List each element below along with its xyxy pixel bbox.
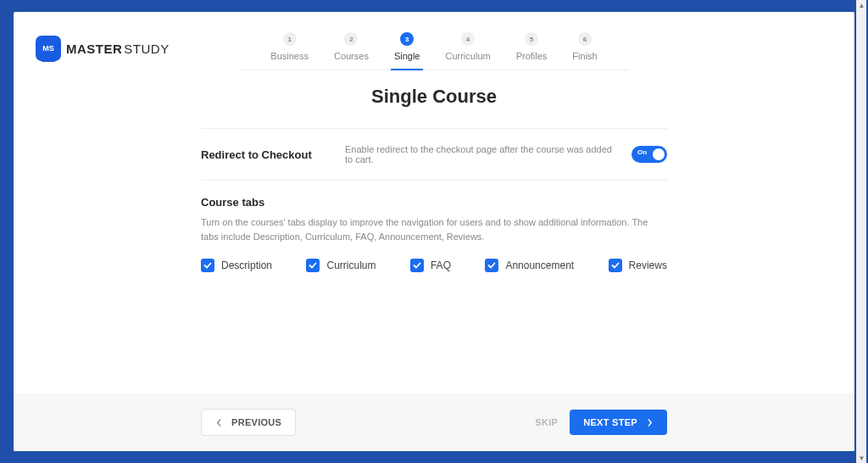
- course-tabs-checkboxes: DescriptionCurriculumFAQAnnouncementRevi…: [201, 259, 667, 272]
- checkbox-description[interactable]: Description: [201, 259, 272, 272]
- brand-logo: MS MASTERSTUDY: [37, 37, 207, 59]
- redirect-toggle[interactable]: On: [632, 146, 667, 163]
- check-icon: [611, 261, 620, 270]
- logo-badge-icon: MS: [37, 37, 59, 59]
- chevron-left-icon: [215, 419, 223, 427]
- checkbox-box: [485, 259, 498, 272]
- checkbox-announcement[interactable]: Announcement: [485, 259, 574, 272]
- step-dot: 5: [525, 32, 538, 46]
- checkbox-box: [410, 259, 424, 272]
- checkbox-box: [609, 259, 622, 272]
- toggle-knob: [653, 148, 665, 160]
- step-dot: 1: [283, 32, 297, 46]
- chevron-right-icon: [646, 419, 654, 427]
- redirect-label: Redirect to Checkout: [201, 148, 328, 161]
- step-label: Single: [394, 51, 420, 61]
- step-label: Courses: [334, 51, 369, 61]
- browser-scrollbar[interactable]: ▲ ▼: [856, 0, 866, 463]
- checkbox-faq[interactable]: FAQ: [410, 259, 451, 272]
- step-dot: 3: [400, 32, 414, 46]
- wizard-stepper: 1Business2Courses3Single4Curriculum5Prof…: [239, 32, 629, 70]
- checkbox-label: Curriculum: [326, 259, 376, 271]
- step-label: Business: [270, 51, 309, 61]
- step-business[interactable]: 1Business: [270, 32, 309, 61]
- step-dot: 4: [461, 32, 475, 46]
- step-profiles[interactable]: 5Profiles: [516, 32, 548, 61]
- step-courses[interactable]: 2Courses: [334, 32, 369, 61]
- check-icon: [309, 261, 317, 270]
- checkbox-label: Reviews: [629, 259, 667, 271]
- logo-text: MASTERSTUDY: [66, 42, 170, 56]
- checkbox-box: [201, 259, 214, 272]
- checkbox-label: Description: [221, 259, 272, 271]
- check-icon: [487, 261, 496, 270]
- page-title: Single Course: [201, 86, 667, 108]
- wizard-card: MS MASTERSTUDY 1Business2Courses3Single4…: [14, 12, 854, 451]
- step-dot: 2: [344, 32, 358, 46]
- checkbox-box: [306, 259, 320, 272]
- checkbox-label: Announcement: [505, 259, 574, 271]
- check-icon: [203, 261, 212, 270]
- next-step-button[interactable]: NEXT STEP: [570, 410, 667, 435]
- checkbox-reviews[interactable]: Reviews: [609, 259, 667, 272]
- step-label: Finish: [572, 51, 597, 61]
- previous-button[interactable]: PREVIOUS: [201, 409, 296, 436]
- scroll-down-icon[interactable]: ▼: [857, 453, 866, 463]
- step-finish[interactable]: 6Finish: [572, 32, 597, 61]
- checkbox-curriculum[interactable]: Curriculum: [306, 259, 376, 272]
- step-curriculum[interactable]: 4Curriculum: [445, 32, 490, 61]
- toggle-on-text: On: [637, 148, 647, 156]
- step-single[interactable]: 3Single: [394, 32, 420, 61]
- step-dot: 6: [578, 32, 592, 46]
- course-tabs-description: Turn on the courses' tabs display to imp…: [201, 215, 667, 243]
- scroll-up-icon[interactable]: ▲: [857, 0, 866, 10]
- step-label: Profiles: [516, 51, 548, 61]
- wizard-footer: PREVIOUS SKIP NEXT STEP: [14, 393, 854, 451]
- redirect-description: Enable redirect to the checkout page aft…: [345, 144, 615, 165]
- step-label: Curriculum: [445, 51, 490, 61]
- course-tabs-title: Course tabs: [201, 196, 667, 209]
- skip-button[interactable]: SKIP: [523, 410, 570, 435]
- checkbox-label: FAQ: [431, 259, 451, 271]
- check-icon: [413, 261, 421, 270]
